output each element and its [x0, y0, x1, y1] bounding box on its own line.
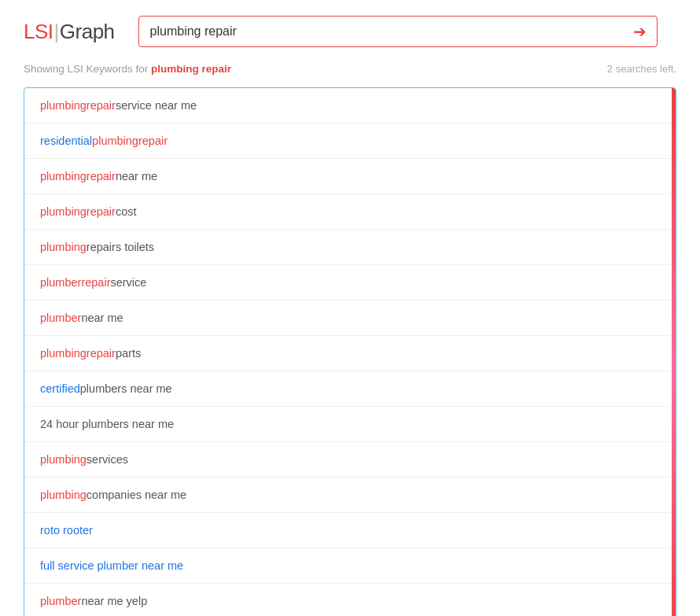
result-segment: repair — [87, 205, 116, 218]
result-segment: near me — [81, 312, 123, 324]
list-item[interactable]: residential plumbing repair — [24, 124, 676, 159]
result-segment: repairs toilets — [87, 241, 154, 253]
list-item[interactable]: roto rooter — [24, 513, 676, 548]
list-item[interactable]: plumbing repair cost — [24, 194, 676, 230]
result-segment: repair — [87, 347, 116, 360]
result-segment: companies near me — [87, 489, 186, 501]
logo-graph: Graph — [60, 20, 115, 44]
list-item[interactable]: plumber near me yelp — [24, 584, 676, 616]
result-segment: plumber — [40, 312, 81, 324]
result-segment: repair — [138, 135, 168, 147]
list-item[interactable]: 24 hour plumbers near me — [24, 407, 676, 442]
list-item[interactable]: plumbing services — [24, 442, 676, 478]
result-segment: plumbing — [40, 241, 87, 253]
header: LSI | Graph ➔ — [24, 16, 676, 47]
logo-lsi: LSI — [24, 20, 53, 44]
search-button[interactable]: ➔ — [623, 16, 658, 47]
result-segment: plumbing — [40, 99, 87, 112]
result-segment: residential — [40, 135, 92, 147]
logo-pipe: | — [54, 20, 59, 44]
result-segment: parts — [116, 347, 141, 360]
result-segment: repair — [87, 170, 116, 183]
result-segment: plumbing — [40, 170, 87, 183]
searches-left: 2 searches left. — [607, 63, 676, 75]
list-item[interactable]: plumber repair service — [24, 265, 676, 301]
list-item[interactable]: plumbing repair service near me — [24, 88, 676, 124]
subtitle-prefix: Showing LSI Keywords for — [24, 63, 151, 75]
list-item[interactable]: plumbing repair parts — [24, 336, 676, 371]
list-item[interactable]: certified plumbers near me — [24, 371, 676, 407]
list-item[interactable]: plumber near me — [24, 301, 676, 336]
result-segment: service — [110, 276, 146, 289]
subtitle-bar: Showing LSI Keywords for plumbing repair… — [24, 63, 676, 75]
result-segment: repair — [81, 276, 110, 289]
list-item[interactable]: plumbing repair near me — [24, 159, 676, 194]
list-item[interactable]: plumbing repairs toilets — [24, 230, 676, 265]
result-segment: service near me — [116, 99, 197, 112]
result-segment: plumber — [40, 276, 81, 289]
result-segment: plumber — [40, 595, 81, 607]
result-segment: cost — [116, 205, 137, 218]
result-segment: 24 hour plumbers near me — [40, 418, 174, 430]
result-segment: plumbing — [40, 205, 87, 218]
result-segment: plumbing — [92, 135, 138, 147]
subtitle-keyword: plumbing repair — [151, 63, 231, 75]
result-segment: services — [87, 453, 128, 466]
search-arrow-icon: ➔ — [633, 22, 647, 41]
result-segment: full service plumber near me — [40, 559, 183, 572]
results-list: plumbing repair service near meresidenti… — [24, 88, 676, 616]
result-segment: roto rooter — [40, 524, 93, 537]
result-segment: near me — [116, 170, 157, 183]
results-container: plumbing repair service near meresidenti… — [24, 87, 676, 616]
result-segment: certified — [40, 382, 80, 395]
result-segment: plumbing — [40, 453, 87, 466]
search-input[interactable] — [138, 16, 658, 47]
subtitle-text: Showing LSI Keywords for plumbing repair — [24, 63, 231, 75]
result-segment: plumbing — [40, 489, 87, 501]
list-item[interactable]: full service plumber near me — [24, 548, 676, 584]
result-segment: plumbers near me — [80, 382, 172, 395]
list-item[interactable]: plumbing companies near me — [24, 478, 676, 513]
logo: LSI | Graph — [24, 20, 115, 44]
result-segment: near me yelp — [81, 595, 147, 607]
search-container: ➔ — [138, 16, 658, 47]
scrollbar-decoration — [672, 88, 676, 616]
result-segment: plumbing — [40, 347, 87, 360]
result-segment: repair — [87, 99, 116, 112]
